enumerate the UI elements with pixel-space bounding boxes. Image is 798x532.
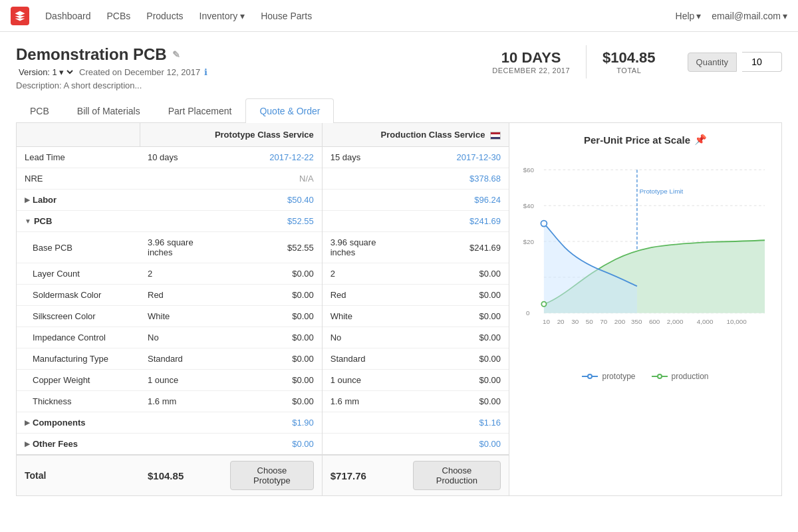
row-proto-spec: White bbox=[140, 306, 222, 327]
svg-text:0: 0 bbox=[526, 309, 530, 317]
tab-quote[interactable]: Quote & Order bbox=[245, 98, 334, 123]
row-proto-amount: $1.90 bbox=[222, 412, 322, 434]
row-proto-spec: 10 days bbox=[140, 147, 222, 168]
choose-prototype-button[interactable]: Choose Prototype bbox=[230, 461, 314, 490]
choose-prod-cell: Choose Production bbox=[405, 455, 509, 495]
expand-icon: ▶ bbox=[25, 440, 30, 448]
tab-bar: PCB Bill of Materials Part Placement Quo… bbox=[16, 98, 782, 123]
stat-days: 10 DAYS DECEMBER 22, 2017 bbox=[476, 49, 586, 74]
choose-proto-cell: Choose Prototype bbox=[222, 455, 322, 495]
row-proto-date: 2017-12-22 bbox=[222, 147, 322, 168]
main-content: Demonstration PCB ✎ Version: 1 ▾ Created… bbox=[0, 32, 798, 509]
nav-house-parts[interactable]: House Parts bbox=[261, 11, 312, 21]
stat-total: $104.85 TOTAL bbox=[587, 49, 672, 74]
content-area: Prototype Class Service Production Class… bbox=[16, 123, 782, 496]
row-proto-spec: 1 ounce bbox=[140, 370, 222, 391]
row-label[interactable]: ▼ PCB bbox=[17, 211, 140, 232]
nav-inventory[interactable]: Inventory ▾ bbox=[200, 11, 245, 21]
table-row: ▼ PCB $52.55 $241.69 bbox=[17, 211, 509, 232]
legend-production: production bbox=[652, 372, 709, 381]
svg-text:50: 50 bbox=[586, 318, 593, 325]
svg-text:4,000: 4,000 bbox=[697, 318, 714, 325]
row-proto-spec: No bbox=[140, 327, 222, 348]
quantity-label-btn[interactable]: Quantity bbox=[688, 53, 737, 72]
row-label[interactable]: ▶ Other Fees bbox=[17, 434, 140, 456]
proto-total-amount: $104.85 bbox=[140, 455, 222, 495]
row-prod-amount: $241.69 bbox=[405, 232, 509, 263]
svg-text:600: 600 bbox=[649, 318, 660, 325]
row-prod-spec bbox=[322, 412, 405, 434]
nav-pcbs[interactable]: PCBs bbox=[107, 11, 131, 21]
table-row: ▶ Components $1.90 $1.16 bbox=[17, 412, 509, 434]
total-row: Total $104.85 Choose Prototype $717.76 C… bbox=[17, 455, 509, 495]
row-label[interactable]: ▶ Components bbox=[17, 412, 140, 434]
col-header-prototype: Prototype Class Service bbox=[140, 123, 322, 147]
expand-icon: ▶ bbox=[25, 196, 30, 203]
row-label: Copper Weight bbox=[17, 370, 140, 391]
row-proto-spec: 3.96 square inches bbox=[140, 232, 222, 263]
table-row: Base PCB 3.96 square inches $52.55 3.96 … bbox=[17, 232, 509, 263]
chart-legend: prototype production bbox=[520, 372, 771, 381]
col-header-production: Production Class Service bbox=[322, 123, 509, 147]
svg-point-25 bbox=[588, 374, 592, 378]
svg-text:10: 10 bbox=[543, 318, 550, 325]
nav-user-menu[interactable]: email@mail.com ▾ bbox=[712, 11, 787, 21]
page-title: Demonstration PCB ✎ bbox=[16, 45, 476, 64]
row-prod-spec: 2 bbox=[322, 263, 405, 285]
svg-text:$60: $60 bbox=[523, 166, 534, 174]
row-label[interactable]: ▶ Labor bbox=[17, 190, 140, 211]
quantity-input[interactable] bbox=[742, 52, 782, 72]
row-proto-amount: $0.00 bbox=[222, 285, 322, 306]
page-description: Description: A short description... bbox=[16, 80, 476, 90]
total-label: Total bbox=[17, 455, 140, 495]
row-prod-date: 2017-12-30 bbox=[405, 147, 509, 168]
table-row: Impedance Control No $0.00 No $0.00 bbox=[17, 327, 509, 348]
navbar: Dashboard PCBs Products Inventory ▾ Hous… bbox=[0, 0, 798, 32]
row-prod-spec: 3.96 square inches bbox=[322, 232, 405, 263]
row-proto-amount: $50.40 bbox=[222, 190, 322, 211]
row-prod-spec: Standard bbox=[322, 348, 405, 370]
row-prod-amount: $96.24 bbox=[405, 190, 509, 211]
row-prod-spec: 1 ounce bbox=[322, 370, 405, 391]
chart-container: .grid-line { stroke: #ddd; stroke-width:… bbox=[520, 154, 771, 366]
table-row: NRE N/A $378.68 bbox=[17, 168, 509, 190]
nav-help[interactable]: Help ▾ bbox=[676, 11, 702, 21]
svg-point-23 bbox=[541, 302, 546, 307]
row-prod-spec bbox=[322, 211, 405, 232]
row-prod-spec bbox=[322, 190, 405, 211]
choose-production-button[interactable]: Choose Production bbox=[413, 461, 501, 490]
row-proto-amount: $52.55 bbox=[222, 232, 322, 263]
production-legend-line bbox=[652, 372, 668, 380]
tab-pcb[interactable]: PCB bbox=[16, 98, 63, 123]
svg-text:2,000: 2,000 bbox=[667, 318, 684, 325]
table-row: Copper Weight 1 ounce $0.00 1 ounce $0.0… bbox=[17, 370, 509, 391]
row-proto-amount: N/A bbox=[222, 168, 322, 190]
row-proto-spec bbox=[140, 412, 222, 434]
table-row: Soldermask Color Red $0.00 Red $0.00 bbox=[17, 285, 509, 306]
row-prod-spec: No bbox=[322, 327, 405, 348]
nav-products[interactable]: Products bbox=[146, 11, 183, 21]
chart-title: Per-Unit Price at Scale 📌 bbox=[520, 134, 771, 146]
row-prod-spec bbox=[322, 168, 405, 190]
nav-dashboard[interactable]: Dashboard bbox=[45, 11, 91, 21]
page-header: Demonstration PCB ✎ Version: 1 ▾ Created… bbox=[16, 45, 782, 90]
row-proto-amount: $0.00 bbox=[222, 391, 322, 412]
col-header-label bbox=[17, 123, 140, 147]
row-prod-amount: $0.00 bbox=[405, 285, 509, 306]
tab-bom[interactable]: Bill of Materials bbox=[63, 98, 154, 123]
version-select[interactable]: Version: 1 ▾ bbox=[16, 66, 75, 78]
svg-text:350: 350 bbox=[631, 318, 642, 325]
tab-placement[interactable]: Part Placement bbox=[154, 98, 246, 123]
logo-icon bbox=[14, 10, 26, 22]
flag-icon bbox=[490, 132, 501, 140]
prototype-legend-line bbox=[582, 372, 598, 380]
expand-icon: ▼ bbox=[25, 217, 31, 225]
row-label: Thickness bbox=[17, 391, 140, 412]
page-meta: Version: 1 ▾ Created on December 12, 201… bbox=[16, 66, 476, 78]
info-icon[interactable]: ℹ bbox=[204, 67, 207, 77]
row-prod-amount: $0.00 bbox=[405, 306, 509, 327]
nav-right: Help ▾ email@mail.com ▾ bbox=[676, 11, 787, 21]
edit-icon[interactable]: ✎ bbox=[172, 49, 180, 60]
table-row: ▶ Other Fees $0.00 $0.00 bbox=[17, 434, 509, 456]
svg-text:30: 30 bbox=[571, 318, 579, 325]
